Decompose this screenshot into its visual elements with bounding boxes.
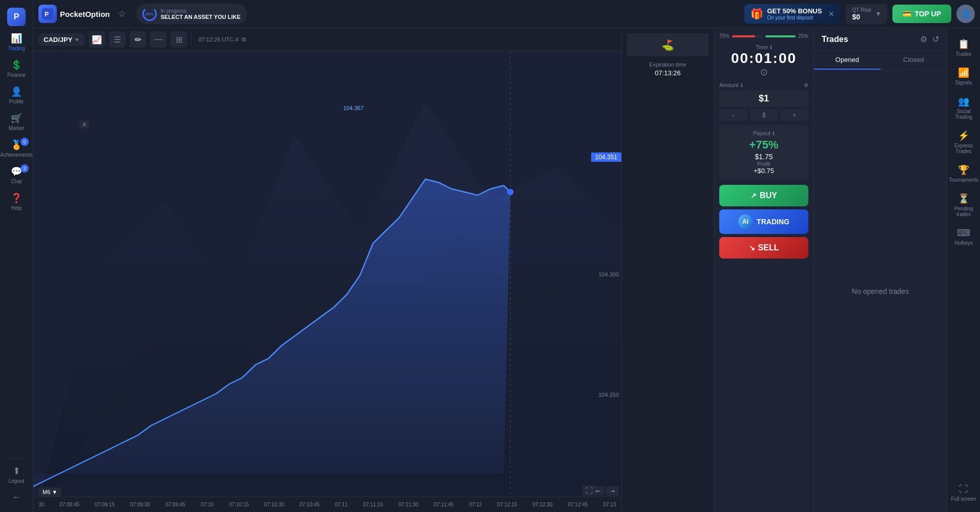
price-level-2: 104.300 <box>598 271 619 278</box>
sidebar-item-label: Logout <box>9 478 25 484</box>
user-avatar[interactable]: 👤 <box>956 5 975 23</box>
bonus-banner[interactable]: 🎁 GET 50% BONUS On your first deposit ✕ <box>744 4 841 24</box>
expiration-flag-icon: ⛳ <box>661 39 674 51</box>
trades-tabs: Opened Closed <box>814 51 947 70</box>
time-info-icon[interactable]: ℹ <box>770 45 772 50</box>
right-sidebar-item-express-trades[interactable]: ⚡ Express Trades <box>947 125 980 159</box>
right-sidebar-item-signals[interactable]: 📶 Signals <box>947 62 980 91</box>
trade-panel: 75% 25% Time ℹ 00:01:00 ⊙ <box>714 28 814 512</box>
sidebar-item-profile[interactable]: 👤 Profile <box>0 82 33 109</box>
buy-button[interactable]: ↗ BUY <box>719 185 808 206</box>
amount-settings-icon[interactable]: ⚙ <box>804 82 808 88</box>
right-sidebar-item-pending-trades[interactable]: ⏳ Pending trades <box>947 188 980 222</box>
tab-opened[interactable]: Opened <box>814 51 881 70</box>
right-sidebar-item-fullscreen[interactable]: ⛶ Full screen <box>949 479 979 507</box>
ai-prefix: AI <box>742 218 748 225</box>
timeframe-button[interactable]: M6 ▼ <box>38 487 61 497</box>
in-progress-text: In progress: SELECT AN ASSET YOU LIKE <box>161 8 241 20</box>
ai-trading-button[interactable]: AI TRADING <box>719 209 808 234</box>
sidebar-item-label: Trading <box>8 46 25 51</box>
topup-wallet-icon: 💳 <box>903 10 911 18</box>
amount-dollar-btn[interactable]: $ <box>750 110 778 121</box>
topup-button[interactable]: 💳 TOP UP <box>892 5 951 23</box>
achievements-badge: 0 <box>20 138 29 146</box>
current-price-label: 104.351 <box>591 153 621 162</box>
time-section: Time ℹ 00:01:00 ⊙ <box>719 44 808 78</box>
account-balance: $0 <box>852 13 871 21</box>
amount-minus-btn[interactable]: - <box>719 110 747 121</box>
price-level-3: 104.250 <box>598 392 619 398</box>
svg-point-5 <box>507 189 514 196</box>
amount-plus-btn[interactable]: + <box>780 110 808 121</box>
right-sidebar-item-tournaments[interactable]: 🏆 Tournaments <box>947 159 980 188</box>
chart-type-btn[interactable]: 📈 <box>89 31 105 48</box>
sidebar-separator <box>6 458 27 459</box>
pending-trades-icon: ⏳ <box>958 193 969 204</box>
sell-label: SELL <box>758 243 779 252</box>
in-progress-badge: 20% In progress: SELECT AN ASSET YOU LIK… <box>136 4 247 24</box>
right-sidebar-label: Full screen <box>951 496 976 502</box>
sidebar-item-logout[interactable]: ⬆ Logout <box>6 461 27 488</box>
trades-settings-icon[interactable]: ⚙ <box>920 34 927 44</box>
sidebar-item-achievements[interactable]: 🏅 Achievements 0 <box>0 135 33 162</box>
draw-btn[interactable]: ✏ <box>130 31 146 48</box>
trades-panel: Trades ⚙ ↺ Opened Closed No opened trade… <box>814 28 947 512</box>
pocket-logo-text: PocketOption <box>60 10 110 18</box>
time-stepper-icon[interactable]: ⊙ <box>760 67 768 78</box>
bottom-toolbar: M6 ▼ <box>38 487 61 497</box>
sidebar-bottom: ⬆ Logout ← <box>6 456 27 507</box>
close-bonus-icon[interactable]: ✕ <box>828 10 835 18</box>
sidebar-item-chat[interactable]: 💬 Chat 3 <box>0 162 33 188</box>
back-icon: ← <box>12 492 21 503</box>
chat-badge: 3 <box>20 164 29 173</box>
sidebar-item-finance[interactable]: 💲 Finance <box>0 55 33 82</box>
progress-fill-right <box>765 35 796 37</box>
progress-fill-left <box>732 35 755 37</box>
payout-label-text: Payout <box>753 130 770 136</box>
buy-arrow-icon: ↗ <box>750 191 757 200</box>
right-sidebar-item-social-trading[interactable]: 👥 Social Trading <box>947 91 980 125</box>
sidebar-item-back[interactable]: ← <box>6 488 27 507</box>
chart-area[interactable]: A 104.367 <box>33 51 621 512</box>
right-sidebar-item-trades[interactable]: 📋 Trades <box>947 33 980 62</box>
sidebar-item-trading[interactable]: 📊 Trading <box>0 29 33 55</box>
profit-label: Profit <box>724 161 803 167</box>
line-btn[interactable]: — <box>150 31 166 48</box>
favorite-star-icon[interactable]: ☆ <box>118 8 126 19</box>
draw-icon: ✏ <box>135 35 141 45</box>
right-sidebar-bottom: ⛶ Full screen <box>949 479 979 507</box>
social-trading-icon: 👥 <box>958 96 969 107</box>
hotkeys-icon: ⌨ <box>957 227 970 239</box>
pocket-logo-icon: P <box>38 5 57 23</box>
tournaments-icon: 🏆 <box>958 164 969 176</box>
avatar-placeholder: 👤 <box>962 10 970 18</box>
time-settings-icon[interactable]: ⚙ <box>241 36 246 43</box>
in-progress-label: In progress: <box>161 8 241 14</box>
chart-line <box>33 51 621 512</box>
chart-nav-right[interactable]: → <box>606 486 619 496</box>
grid-btn[interactable]: ⊞ <box>171 31 187 48</box>
market-icon: 🛒 <box>11 113 22 124</box>
sell-button[interactable]: ↘ SELL <box>719 237 808 259</box>
amount-label: Amount ℹ ⚙ <box>719 82 808 88</box>
sidebar-item-market[interactable]: 🛒 Market <box>0 109 33 135</box>
tab-closed[interactable]: Closed <box>881 51 947 70</box>
fullscreen-button[interactable]: ⛶ <box>582 485 596 496</box>
trades-refresh-icon[interactable]: ↺ <box>932 34 939 44</box>
amount-value: $1 <box>724 93 803 104</box>
indicators-btn[interactable]: ☰ <box>109 31 126 48</box>
right-sidebar-label: Hotkeys <box>954 240 973 246</box>
main-area: P PocketOption ☆ 20% In progress: SELECT… <box>33 0 980 512</box>
payout-info-icon[interactable]: ℹ <box>773 131 775 136</box>
right-sidebar-item-hotkeys[interactable]: ⌨ Hotkeys <box>947 222 980 251</box>
trades-header: Trades ⚙ ↺ <box>814 28 947 51</box>
sidebar-item-help[interactable]: ❓ Help <box>0 188 33 215</box>
topup-label: TOP UP <box>914 10 941 18</box>
payout-amount: $1.75 <box>724 153 803 161</box>
right-sidebar-label: Tournaments <box>949 177 978 183</box>
sidebar-item-label: Achievements <box>1 152 33 158</box>
account-info[interactable]: QT Real $0 ▼ <box>846 4 887 24</box>
asset-selector[interactable]: CAD/JPY ▼ <box>38 33 85 46</box>
timeframe-label: M6 <box>43 489 50 495</box>
amount-info-icon[interactable]: ℹ <box>741 82 743 88</box>
